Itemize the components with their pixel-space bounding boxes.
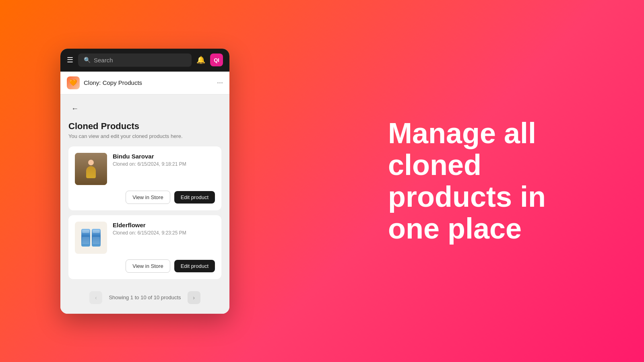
person-figure [86,160,96,178]
tagline-line1: Manage all [388,117,536,149]
back-button[interactable]: ← [68,103,81,115]
product-info-2: Elderflower Cloned on: 6/15/2024, 9:23:2… [113,222,215,236]
content-area: ← Cloned Products You can view and edit … [60,95,229,279]
pagination: ‹ Showing 1 to 10 of 10 products › [60,284,229,314]
tagline: Manage all cloned products in one place [388,117,546,245]
app-icon-emoji: 🧡 [69,79,77,86]
left-panel: ☰ 🔍 Search 🔔 QI 🧡 Clony: Copy Products ·… [0,0,290,362]
product-actions-1: View in Store Edit product [75,191,215,204]
product-image-1 [75,153,107,185]
view-store-button-1[interactable]: View in Store [126,191,170,204]
hamburger-icon[interactable]: ☰ [67,56,73,64]
product-name-2: Elderflower [113,222,215,228]
app-header: 🧡 Clony: Copy Products ··· [60,72,229,95]
can-1 [81,229,90,247]
product-row-2: Elderflower Cloned on: 6/15/2024, 9:23:2… [75,222,215,254]
search-icon: 🔍 [84,57,91,63]
product-name-1: Bindu Sarovar [113,153,215,160]
edit-product-button-2[interactable]: Edit product [174,260,215,272]
tagline-line2: cloned [388,149,481,181]
top-nav: ☰ 🔍 Search 🔔 QI [60,49,229,72]
person-head [88,160,94,165]
bell-icon[interactable]: 🔔 [196,56,205,64]
product-image-2 [75,222,107,254]
prev-page-button[interactable]: ‹ [89,291,102,304]
phone-mockup: ☰ 🔍 Search 🔔 QI 🧡 Clony: Copy Products ·… [60,49,229,314]
app-icon: 🧡 [67,76,80,89]
product-actions-2: View in Store Edit product [75,259,215,273]
page-title: Cloned Products [68,121,221,132]
cans-container [81,229,101,247]
product-card-2: Elderflower Cloned on: 6/15/2024, 9:23:2… [68,215,221,279]
more-options-icon[interactable]: ··· [217,78,223,87]
edit-product-button-1[interactable]: Edit product [174,191,215,204]
search-bar[interactable]: 🔍 Search [78,53,192,67]
product-info-1: Bindu Sarovar Cloned on: 6/15/2024, 9:18… [113,153,215,167]
app-title: Clony: Copy Products [84,79,217,86]
avatar[interactable]: QI [210,53,223,66]
view-store-button-2[interactable]: View in Store [126,259,170,273]
tagline-line3: products in [388,181,546,213]
can-label-1 [82,237,89,244]
next-page-button[interactable]: › [188,291,200,304]
back-arrow-icon: ← [71,105,78,113]
can-2 [92,229,101,247]
search-input[interactable]: Search [94,57,113,64]
clone-date-1: Cloned on: 6/15/2024, 9:18:21 PM [113,161,215,167]
page-subtitle: You can view and edit your cloned produc… [68,133,221,139]
product-card-1: Bindu Sarovar Cloned on: 6/15/2024, 9:18… [68,146,221,210]
product-row-1: Bindu Sarovar Cloned on: 6/15/2024, 9:18… [75,153,215,185]
clone-date-2: Cloned on: 6/15/2024, 9:23:25 PM [113,230,215,236]
can-label-2 [93,237,100,244]
pagination-text: Showing 1 to 10 of 10 products [109,294,181,300]
right-panel: Manage all cloned products in one place [290,93,644,269]
person-body [86,166,96,178]
tagline-line4: one place [388,212,522,245]
